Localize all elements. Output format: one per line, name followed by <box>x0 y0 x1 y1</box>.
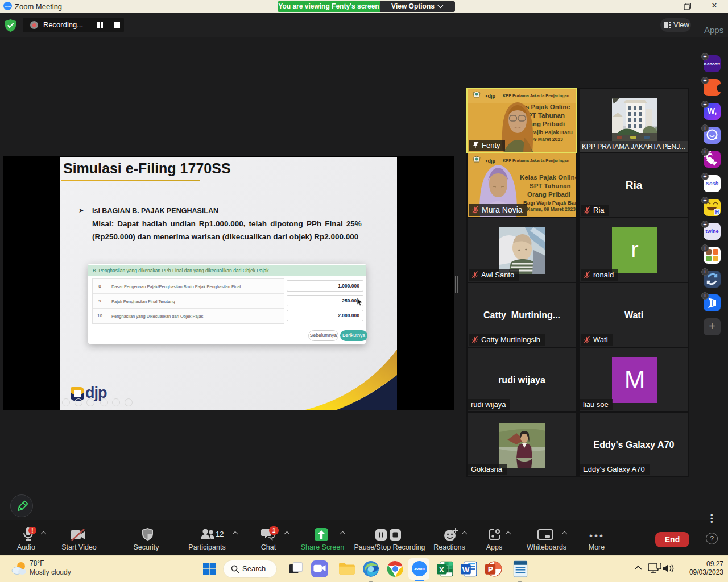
svg-text:PT Tahunan: PT Tahunan <box>528 112 565 119</box>
svg-text:SPT Tahunan: SPT Tahunan <box>530 182 571 189</box>
svg-text:!: ! <box>31 527 34 534</box>
svg-text:H: H <box>715 209 719 215</box>
svg-text:X: X <box>439 566 444 574</box>
svg-text:◖djp: ◖djp <box>485 158 495 164</box>
svg-text:KPP Pratama Jakarta Penjaringa: KPP Pratama Jakarta Penjaringan <box>503 158 569 163</box>
svg-text:Bagi Wajib Pajak Baru: Bagi Wajib Pajak Baru <box>523 199 576 206</box>
svg-text:Wajib Pajak Baru: Wajib Pajak Baru <box>529 129 573 135</box>
svg-text:09 Maret 2023: 09 Maret 2023 <box>531 136 563 142</box>
svg-text:Orang Pribadi: Orang Pribadi <box>527 191 570 198</box>
svg-text:s Pajak Online: s Pajak Online <box>526 103 570 110</box>
svg-text:◖djp: ◖djp <box>485 93 495 99</box>
svg-text:Kelas Pajak Online: Kelas Pajak Online <box>520 174 576 181</box>
svg-text:W: W <box>462 566 470 574</box>
svg-text:P: P <box>488 565 493 574</box>
svg-text:Kamis, 09 Maret 2023: Kamis, 09 Maret 2023 <box>527 206 576 212</box>
svg-text:KPP Pratama Jakarta Penjaringa: KPP Pratama Jakarta Penjaringan <box>503 93 569 98</box>
